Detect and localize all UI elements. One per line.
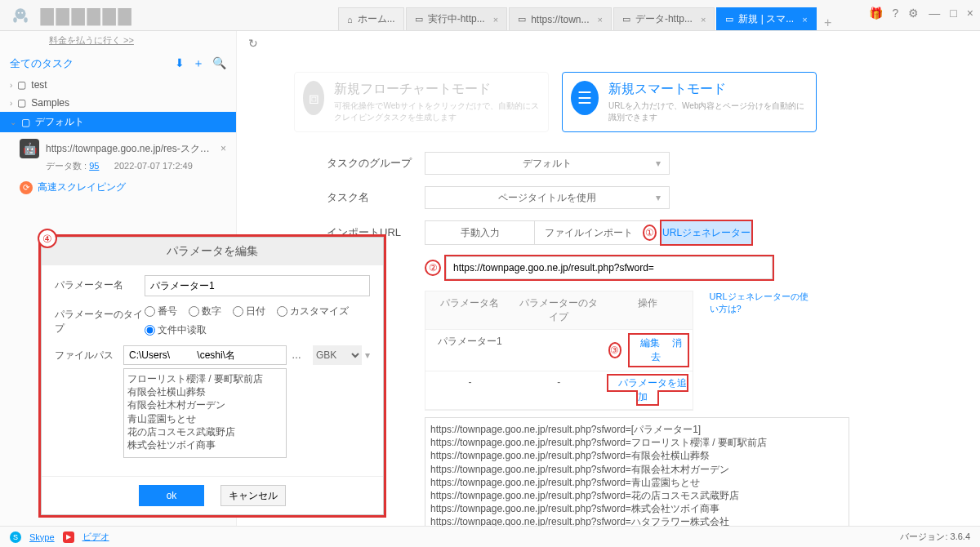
skype-link[interactable]: Skype xyxy=(29,532,55,542)
tab-label: 実行中-http... xyxy=(428,12,485,26)
search-icon[interactable]: 🔍 xyxy=(212,56,226,71)
import-mode-segments: 手動入力 ファイルインポート ① URLジェネレーター xyxy=(425,220,752,245)
settings-icon[interactable]: ⚙ xyxy=(908,7,919,20)
param-edit-link[interactable]: 編集 xyxy=(640,337,660,349)
video-icon[interactable]: ▶ xyxy=(63,531,74,543)
callout-1: ① xyxy=(643,225,657,241)
maximize-icon[interactable]: □ xyxy=(950,7,956,20)
seg-file[interactable]: ファイルインポート xyxy=(534,221,643,244)
tab-label: https://town... xyxy=(531,14,589,25)
url-input[interactable] xyxy=(446,256,773,279)
callout-3: ③ xyxy=(608,342,621,358)
tree-item-default[interactable]: ⌄▢デフォルト xyxy=(0,112,236,132)
radio-date[interactable]: 日付 xyxy=(233,305,265,318)
dlg-param-type-label: パラメーターのタイプ xyxy=(55,305,145,336)
callout-4: ④ xyxy=(38,229,57,248)
mode-smart[interactable]: ☰ 新規スマートモード URLを入力だけで、Web内容とページ分けを自動的に識別… xyxy=(562,72,817,132)
version-label: バージョン: xyxy=(900,531,947,541)
seg-manual[interactable]: 手動入力 xyxy=(425,221,534,244)
tab-strip: ⌂ホーム... ▭実行中-http...× ▭https://town...× … xyxy=(338,0,838,30)
tab-label: ホーム... xyxy=(358,12,395,26)
radio-digit[interactable]: 数字 xyxy=(189,305,221,318)
file-contents-list[interactable]: フローリスト櫻澤 / 要町駅前店有限会社横山葬祭有限会社木村ガーデン青山霊園ちと… xyxy=(123,368,287,458)
data-count-link[interactable]: 95 xyxy=(89,161,99,171)
reload-icon[interactable]: ↻ xyxy=(248,37,258,50)
folder-icon: ▢ xyxy=(17,79,26,91)
radio-custom[interactable]: カスタマイズ xyxy=(277,305,349,318)
browse-button[interactable]: … xyxy=(292,349,301,361)
home-icon: ⌂ xyxy=(347,15,353,24)
help-icon[interactable]: ? xyxy=(893,7,899,20)
chevron-right-icon: › xyxy=(10,81,12,90)
tab-new-smart[interactable]: ▭新規 | スマ...× xyxy=(716,7,816,30)
param-name-cell: パラメーター1 xyxy=(425,330,514,371)
chevron-down-icon: ⌄ xyxy=(10,118,16,127)
url-preview-list[interactable]: https://townpage.goo.ne.jp/result.php?sf… xyxy=(425,417,849,526)
param-table: パラメータ名 パラメーターのタイプ 操作 パラメーター1 ③ xyxy=(425,291,693,411)
brand-text: ▇▇▇▇▇▇ xyxy=(41,6,134,25)
cancel-button[interactable]: キャンセル xyxy=(220,485,286,506)
close-icon[interactable]: × xyxy=(493,15,498,24)
dlg-param-name-input[interactable] xyxy=(145,275,370,296)
ok-button[interactable]: ok xyxy=(139,485,204,506)
callout-2: ② xyxy=(425,260,441,276)
fast-label: 高速スクレイピング xyxy=(38,180,126,194)
tree-label: test xyxy=(31,79,47,91)
gift-icon[interactable]: 🎁 xyxy=(869,7,883,20)
all-tasks-label[interactable]: 全てのタスク xyxy=(10,56,74,71)
param-add-link[interactable]: パラメータを追加 xyxy=(618,377,687,402)
generator-help-link[interactable]: URLジェネレーターの使い方は? xyxy=(710,291,817,315)
video-link[interactable]: ビデオ xyxy=(82,531,109,543)
close-icon[interactable]: × xyxy=(598,15,603,24)
param-type-cell xyxy=(514,330,604,371)
tree-item-test[interactable]: ›▢test xyxy=(0,76,236,94)
col-param-type: パラメーターのタイプ xyxy=(514,291,604,330)
tab-url[interactable]: ▭https://town...× xyxy=(509,7,612,30)
tab-label: データ-http... xyxy=(635,12,693,26)
taskname-select[interactable]: ページタイトルを使用 xyxy=(425,186,670,209)
svg-point-4 xyxy=(21,11,23,13)
file-path-input[interactable] xyxy=(123,345,287,365)
encoding-select[interactable]: GBK xyxy=(313,345,362,365)
window-icon: ▭ xyxy=(518,14,526,24)
data-count-label: データ数 : xyxy=(46,161,87,171)
tab-home[interactable]: ⌂ホーム... xyxy=(338,7,404,30)
skype-icon[interactable]: S xyxy=(10,531,21,543)
mode-flowchart[interactable]: ⧈ 新規フローチャートモード 可視化操作でWebサイトをクリックだけで、自動的に… xyxy=(294,72,549,132)
empty-cell: - xyxy=(514,371,604,410)
dialog-title: パラメータを編集 xyxy=(42,238,383,265)
version-value: 3.6.4 xyxy=(951,531,970,541)
seg-url-generator[interactable]: URLジェネレーター xyxy=(662,221,751,244)
add-icon[interactable]: ＋ xyxy=(193,56,204,71)
task-title[interactable]: https://townpage.goo.ne.jp/res-スクレイピ... xyxy=(46,142,214,156)
tree-item-samples[interactable]: ›▢Samples xyxy=(0,94,236,112)
radio-number[interactable]: 番号 xyxy=(145,305,177,318)
add-tab-button[interactable]: + xyxy=(818,16,838,30)
col-param-name: パラメータ名 xyxy=(425,291,514,330)
app-logo xyxy=(0,0,41,31)
close-window-icon[interactable]: × xyxy=(967,7,973,20)
taskname-label: タスク名 xyxy=(327,190,425,205)
speed-icon: ⟳ xyxy=(20,181,33,194)
title-bar: ▇▇▇▇▇▇ ⌂ホーム... ▭実行中-http...× ▭https://to… xyxy=(0,0,980,31)
tree-label: Samples xyxy=(31,97,69,109)
task-close-icon[interactable]: × xyxy=(220,143,226,154)
tab-data[interactable]: ▭データ-http...× xyxy=(613,7,715,30)
close-icon[interactable]: × xyxy=(701,15,706,24)
tab-label: 新規 | スマ... xyxy=(738,12,794,26)
mode-title: 新規フローチャートモード xyxy=(334,81,540,98)
robot-icon: 🤖 xyxy=(20,139,39,158)
close-icon[interactable]: × xyxy=(802,15,807,24)
group-label: タスクのグループ xyxy=(327,156,425,171)
task-timestamp: 2022-07-07 17:2:49 xyxy=(114,161,193,171)
tab-running[interactable]: ▭実行中-http...× xyxy=(406,7,507,30)
flowchart-icon: ⧈ xyxy=(303,81,324,115)
fast-scraping-link[interactable]: ⟳ 高速スクレイピング xyxy=(0,176,236,199)
import-icon[interactable]: ⬇ xyxy=(175,56,185,71)
group-select[interactable]: デフォルト xyxy=(425,152,670,175)
edit-parameter-dialog: パラメータを編集 パラメーター名 パラメーターのタイプ 番号 数字 日付 カスタ… xyxy=(41,237,384,515)
pay-link[interactable]: 料金を払うに行く >> xyxy=(0,31,236,51)
address-bar: ↻ xyxy=(237,31,980,56)
minimize-icon[interactable]: — xyxy=(929,7,940,20)
radio-from-file[interactable]: 文件中读取 xyxy=(145,323,207,337)
